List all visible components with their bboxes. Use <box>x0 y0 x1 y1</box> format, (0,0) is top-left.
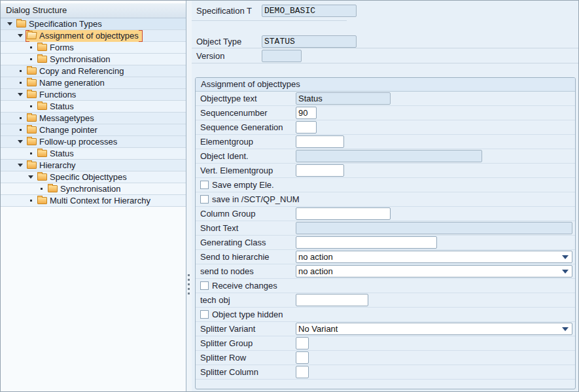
sequence-generation-label: Sequence Generation <box>200 122 296 132</box>
tree-item-functions[interactable]: Functions <box>1 89 186 101</box>
elementgroup-field[interactable] <box>296 135 344 148</box>
receive-changes-row: Receive changes <box>196 279 575 293</box>
 <box>41 188 43 190</box>
expand-arrow-icon[interactable] <box>15 34 26 37</box>
panel-splitter[interactable] <box>186 1 192 391</box>
save-in-sct-qp-num-checkbox[interactable] <box>200 195 209 204</box>
tree-item-assignment-of-objecttypes[interactable]: Assignment of objecttypes <box>1 30 186 42</box>
folder-icon <box>27 115 37 122</box>
tree-item-label: Specific Objecttypes <box>50 172 127 182</box>
splitter-group-field[interactable] <box>296 337 309 349</box>
leaf-bullet-icon <box>15 70 26 72</box>
generating-class-field[interactable] <box>296 236 437 249</box>
separator <box>192 20 347 21</box>
vert-elementgroup-row: Vert. Elementgroup <box>196 164 575 178</box>
expand-arrow-icon[interactable] <box>15 164 26 167</box>
save-empty-ele-label: Save empty Ele. <box>212 180 274 190</box>
tree-item-status[interactable]: Status <box>1 148 186 160</box>
tree-item-content: Synchronisation <box>36 54 114 65</box>
tree-item-synchronisation[interactable]: Synchronisation <box>1 183 186 195</box>
splitter-column-field[interactable] <box>296 366 309 378</box>
leaf-bullet-icon <box>26 200 36 202</box>
folder-icon <box>27 91 37 98</box>
send-to-nodes-selected-value: no action <box>298 266 333 276</box>
column-group-field[interactable] <box>296 207 391 220</box>
tree-item-change-pointer[interactable]: Change pointer <box>1 124 186 136</box>
tech-obj-field[interactable] <box>296 294 368 306</box>
tree-item-content: Hierarchy <box>26 160 80 171</box>
elementgroup-row: Elementgroup <box>196 135 575 149</box>
tree-item-name-generation[interactable]: Name generation <box>1 77 186 89</box>
tree-item-content: Functions <box>26 89 80 101</box>
save-in-sct-qp-num-label: save in /SCT/QP_NUM <box>212 194 300 204</box>
expand-arrow-icon[interactable] <box>26 175 36 179</box>
sequencenumber-row: Sequencenumber90 <box>196 106 575 120</box>
tree-item-content: Messagetypes <box>26 113 98 124</box>
generating-class-label: Generating Class <box>200 238 296 247</box>
version-row: Version <box>192 48 574 63</box>
tree-item-label: Status <box>50 149 74 158</box>
tree-item-forms[interactable]: Forms <box>1 42 186 54</box>
short-text-label: Short Text <box>200 223 296 233</box>
object-type-hidden-checkbox[interactable] <box>200 310 209 319</box>
chevron-down-icon <box>562 327 569 331</box>
folder-icon <box>37 150 47 157</box>
tree-item-synchronisation[interactable]: Synchronisation <box>1 54 186 65</box>
tree-item-hierarchy[interactable]: Hierarchy <box>1 160 186 171</box>
send-to-nodes-row: send to nodesno action <box>196 264 575 279</box>
splitter-group-label: Splitter Group <box>200 338 296 348</box>
send-to-hierarchie-select[interactable]: no action <box>296 251 572 263</box>
specification-t-row: Specification TDEMO_BASIC <box>192 3 574 18</box>
vert-elementgroup-field[interactable] <box>296 164 344 177</box>
detail-panel: Specification TDEMO_BASICObject TypeSTAT… <box>192 1 578 391</box>
leaf-bullet-icon <box>26 105 36 107</box>
specification-t-field: DEMO_BASIC <box>262 5 357 17</box>
 <box>20 70 22 72</box>
splitter-variant-select[interactable]: No Variant <box>296 323 572 335</box>
splitter-grip-icon[interactable] <box>188 274 190 294</box>
tree-item-content: Status <box>36 148 78 160</box>
tree-item-content: Change pointer <box>26 124 101 136</box>
sequencenumber-field[interactable]: 90 <box>296 107 317 119</box>
leaf-bullet-icon <box>15 82 26 84</box>
expand-arrow-icon[interactable] <box>15 140 26 143</box>
version-label: Version <box>192 51 262 61</box>
send-to-nodes-select[interactable]: no action <box>296 265 572 277</box>
tree-item-copy-and-referencing[interactable]: Copy and Referencing <box>1 65 186 77</box>
splitter-group-row: Splitter Group <box>196 336 575 351</box>
splitter-variant-label: Splitter Variant <box>200 324 296 334</box>
elementgroup-label: Elementgroup <box>200 137 296 147</box>
tree-item-content: Status <box>36 101 78 113</box>
send-to-hierarchie-selected-value: no action <box>298 252 333 262</box>
 <box>30 152 32 154</box>
generating-class-row: Generating Class <box>196 236 575 250</box>
leaf-bullet-icon <box>26 46 36 48</box>
sequence-generation-field[interactable] <box>296 121 317 134</box>
tree-item-label: Messagetypes <box>39 113 94 123</box>
 <box>30 200 32 202</box>
dialog-structure-panel: Dialog Structure Specification TypesAssi… <box>1 1 186 391</box>
object-ident-row: Object Ident. <box>196 149 575 164</box>
folder-icon <box>37 103 47 110</box>
receive-changes-checkbox[interactable] <box>200 281 209 290</box>
expand-arrow-icon[interactable] <box>15 93 26 96</box>
 <box>30 46 32 48</box>
folder-icon <box>37 197 47 204</box>
tree-item-messagetypes[interactable]: Messagetypes <box>1 113 186 124</box>
group-box-title: Assignment of objecttypes <box>196 78 575 92</box>
tree-item-multi-context-for-hierarchy[interactable]: Multi Context for Hierarchy <box>1 195 186 207</box>
expand-arrow-icon[interactable] <box>5 22 15 26</box>
leaf-bullet-icon <box>26 152 36 154</box>
splitter-variant-selected-value: No Variant <box>298 324 338 334</box>
tree-item-specification-types[interactable]: Specification Types <box>1 18 186 30</box>
object-type-hidden-row: Object type hidden <box>196 308 575 322</box>
object-type-field: STATUS <box>262 35 357 48</box>
save-empty-ele-checkbox[interactable] <box>200 181 209 189</box>
folder-icon <box>16 20 26 27</box>
tree-item-specific-objecttypes[interactable]: Specific Objecttypes <box>1 171 186 183</box>
 <box>28 175 33 179</box>
tree-item-status[interactable]: Status <box>1 101 186 113</box>
tree-item-follow-up-processes[interactable]: Follow-up processes <box>1 136 186 148</box>
send-to-hierarchie-row: Send to hierarchieno action <box>196 250 575 264</box>
splitter-row-field[interactable] <box>296 351 309 364</box>
